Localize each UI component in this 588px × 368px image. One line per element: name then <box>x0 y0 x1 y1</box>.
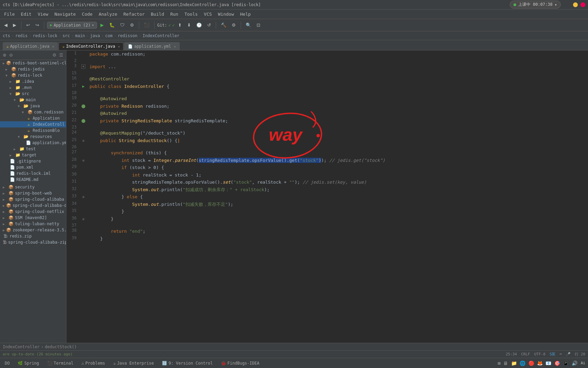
sidebar-settings-button[interactable]: ⚙ <box>52 52 57 58</box>
menu-build[interactable]: Build <box>148 11 167 18</box>
sidebar-icon-expand[interactable]: ⊕ <box>2 52 7 58</box>
menu-navigate[interactable]: Navigate <box>52 11 79 18</box>
menu-vcs[interactable]: VCS <box>201 11 214 18</box>
menu-tools[interactable]: Tools <box>182 11 200 18</box>
build-button[interactable]: 🔨 <box>219 21 228 29</box>
menu-view[interactable]: View <box>35 11 51 18</box>
breakpoint4-icon[interactable]: ◉ <box>82 217 85 221</box>
redo-file-button[interactable]: ↪ <box>33 21 41 29</box>
bottom-tab-findbugs[interactable]: 🐞 FindBugs-IDEA <box>219 359 261 367</box>
tab-application-java[interactable]: ☕ Application.java ✕ <box>3 42 58 50</box>
minimize-button[interactable] <box>573 2 578 7</box>
sidebar-item-redis-jedis[interactable]: ▶ 📦 redis-jedis <box>0 66 66 72</box>
sidebar-item-spring-cloud-alibaba[interactable]: ▶ 📦 spring-cloud-alibaba <box>0 196 66 202</box>
status-lineending[interactable]: CRLF <box>521 352 530 356</box>
sidebar-item-idea[interactable]: ▶ 📁 .idea <box>0 78 66 85</box>
sidebar-item-tuling[interactable]: ▶ 📦 tuling-luban-netty <box>0 221 66 227</box>
sidebar-item-com-redisson[interactable]: ▼ 📦 com.redisson <box>0 109 66 115</box>
breadcrumb-redislock[interactable]: redis-lock <box>33 33 57 38</box>
git-pull-button[interactable]: ⬇ <box>185 21 193 29</box>
sidebar-item-ssm[interactable]: ▶ 📦 SSM [maven02] <box>0 215 66 221</box>
profile-button[interactable]: ⚙ <box>128 21 136 29</box>
bottom-tab-spring[interactable]: 🌿 Spring <box>16 359 41 367</box>
menu-refactor[interactable]: Refactor <box>121 11 148 18</box>
sidebar-item-application[interactable]: ☕ Application <box>0 115 66 121</box>
sidebar-item-pomxml[interactable]: 📄 pom.xml <box>0 164 66 170</box>
breadcrumb-indexcontroller[interactable]: IndexController <box>143 33 179 38</box>
bottom-tab-do[interactable]: DO <box>3 359 12 367</box>
sidebar-item-readme[interactable]: 📄 README.md <box>0 177 66 183</box>
breadcrumb-redisson[interactable]: redisson <box>118 33 137 38</box>
menu-edit[interactable]: Edit <box>18 11 34 18</box>
status-position[interactable]: 25:34 <box>506 352 517 356</box>
sidebar-item-resources[interactable]: ▼ 📂 resources <box>0 134 66 140</box>
close-button[interactable] <box>581 2 585 7</box>
sidebar-item-spring-cloud-alibaba-demo[interactable]: ▶ 📦 spring-cloud-alibaba-demo <box>0 202 66 209</box>
run-config-dropdown[interactable]: ▶ Application (2) ▾ <box>47 22 97 29</box>
git-history-button[interactable]: 🕐 <box>194 21 204 29</box>
menu-file[interactable]: File <box>1 11 17 18</box>
forward-button[interactable]: ▶ <box>11 21 18 29</box>
sidebar-item-gitignore[interactable]: 📄 .gitignore <box>0 158 66 164</box>
status-encoding[interactable]: UTF-8 <box>534 352 545 356</box>
breadcrumb-com[interactable]: com <box>105 33 113 38</box>
sidebar-item-redis-sentinel[interactable]: ▶ 📦 redis-boot-sentinel-cluster [r <box>0 60 66 66</box>
menu-help[interactable]: Help <box>238 11 254 18</box>
tab-application-yml[interactable]: 📄 application.yml ✕ <box>124 42 179 50</box>
menu-code[interactable]: Code <box>79 11 95 18</box>
debug-button[interactable]: 🐛 <box>107 21 117 29</box>
sidebar-item-java[interactable]: ▼ 📂 java <box>0 103 66 109</box>
tab-close-icon[interactable]: ✕ <box>52 45 54 48</box>
sidebar-item-target[interactable]: ▶ 📁 target <box>0 152 66 158</box>
breadcrumb-root[interactable]: cts <box>3 33 10 38</box>
search-everywhere-button[interactable]: 🔍 <box>244 21 253 29</box>
menu-run[interactable]: Run <box>167 11 181 18</box>
sidebar-item-src[interactable]: ▼ 📂 src <box>0 91 66 97</box>
breadcrumb-main[interactable]: main <box>75 33 85 38</box>
breakpoint3-icon[interactable]: ◉ <box>82 195 85 199</box>
undo-file-button[interactable]: ↩ <box>24 21 32 29</box>
gutter-run-icon[interactable]: ▶ <box>82 84 85 89</box>
sidebar-item-zookeeper[interactable]: ▶ 📦 zookeeper-release-3.5.8 <box>0 227 66 233</box>
menu-analyze[interactable]: Analyze <box>96 11 120 18</box>
tab-indexcontroller-java[interactable]: ☕ IndexController.java ✕ <box>59 42 124 50</box>
tab-active-close-icon[interactable]: ✕ <box>118 45 120 48</box>
run-button[interactable]: ▶ <box>98 21 106 29</box>
sidebar-item-main[interactable]: ▼ 📂 main <box>0 97 66 103</box>
bottom-tab-java-enterprise[interactable]: ☕ Java Enterprise <box>111 359 156 367</box>
stop-button[interactable]: ⬛ <box>142 21 151 29</box>
sidebar-item-redissonblo[interactable]: ☕ RedissonBlo <box>0 127 66 134</box>
git-push-button[interactable]: ⬆ <box>176 21 184 29</box>
sidebar-item-iml[interactable]: 📄 redis-lock.iml <box>0 170 66 177</box>
sidebar-item-spring-cloud-netflix[interactable]: ▶ 📦 spring-cloud-netflix <box>0 209 66 215</box>
git-undo-button[interactable]: ↺ <box>205 21 213 29</box>
bottom-tab-problems[interactable]: ⚠ Problems <box>80 359 107 367</box>
sidebar-item-test[interactable]: ▶ 📁 test <box>0 146 66 152</box>
breadcrumb-src[interactable]: src <box>63 33 70 38</box>
back-button[interactable]: ◀ <box>2 21 10 29</box>
tab-yml-close-icon[interactable]: ✕ <box>174 45 176 48</box>
timer-badge[interactable]: 上课中 00:07:38 ▾ <box>510 1 561 9</box>
bottom-tab-version-control[interactable]: 🔢 9: Version Control <box>160 359 215 367</box>
coverage-button[interactable]: 🛡 <box>118 21 127 29</box>
menu-window[interactable]: Window <box>215 11 237 18</box>
sidebar-item-security[interactable]: ▶ 📦 security <box>0 184 66 190</box>
sidebar-filter-button[interactable]: ☰ <box>59 52 64 58</box>
sidebar-item-yaml[interactable]: 📄 application.yml <box>0 140 66 146</box>
sidebar-item-redis-lock[interactable]: ▼ 📦 redis-lock <box>0 72 66 78</box>
sidebar-item-sca-zip[interactable]: 🗜 spring-cloud-alibaba-zip <box>0 239 66 245</box>
terminal-toolbar-button[interactable]: ⊡ <box>255 21 262 29</box>
breakpoint-icon[interactable]: ◉ <box>82 138 85 143</box>
sidebar-item-mvn[interactable]: ▶ 📁 .mvn <box>0 85 66 91</box>
sidebar-icon-collapse[interactable]: ⊖ <box>9 52 14 58</box>
settings-button[interactable]: ⚙ <box>230 21 238 29</box>
sidebar-item-indexcontroller[interactable]: ☕ IndexControll <box>0 121 66 127</box>
code-area[interactable]: 1 package com.redisson; 2 3 + import .. <box>66 50 588 350</box>
breadcrumb-redis[interactable]: redis <box>15 33 28 38</box>
fold-icon[interactable]: + <box>81 64 85 69</box>
bottom-tab-terminal[interactable]: ⬛ Terminal <box>45 359 76 367</box>
breadcrumb-java[interactable]: java <box>90 33 100 38</box>
sidebar-item-spring-boot-web[interactable]: ▶ 📦 spring-boot-web <box>0 190 66 196</box>
sidebar-item-redis-zip[interactable]: 🗜 redis.zip <box>0 233 66 239</box>
breakpoint2-icon[interactable]: ◉ <box>82 158 85 163</box>
